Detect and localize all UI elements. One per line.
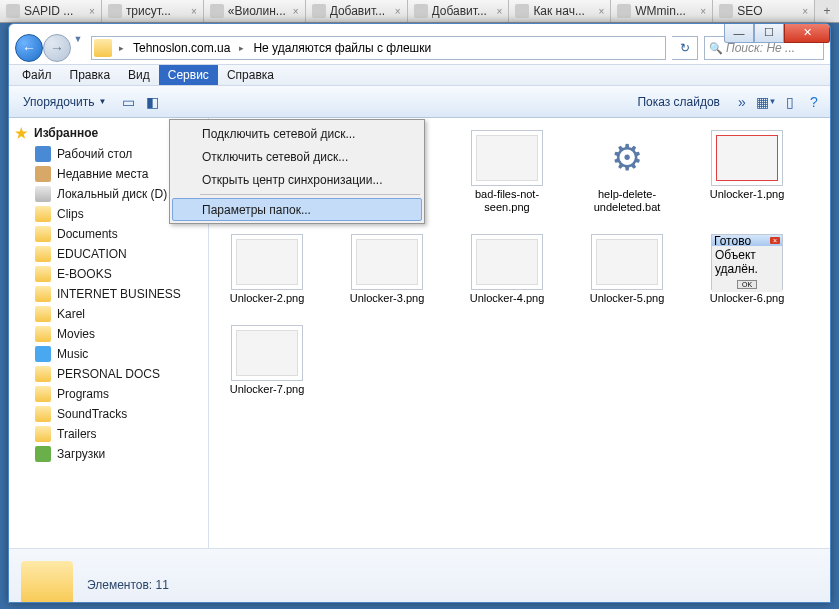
close-tab-icon[interactable]: × [293,6,299,17]
sidebar-item-label: PERSONAL DOCS [57,367,160,381]
folder-icon [35,266,51,282]
sidebar-item-label: Programs [57,387,109,401]
close-tab-icon[interactable]: × [395,6,401,17]
file-item[interactable]: bad-files-not-seen.png [461,130,553,214]
preview-pane-button[interactable]: ▯ [780,92,800,112]
close-tab-icon[interactable]: × [497,6,503,17]
sidebar-item[interactable]: Загрузки [9,444,208,464]
file-name-label: Unlocker-4.png [470,292,545,305]
organize-button[interactable]: Упорядочить▼ [15,90,114,114]
tab-label: Добавит... [432,4,493,18]
tab-label: Как нач... [533,4,594,18]
sidebar-item[interactable]: Programs [9,384,208,404]
favicon-icon [6,4,20,18]
menu-folder-options[interactable]: Параметры папок... [172,198,422,221]
forward-button[interactable]: → [43,34,71,62]
sidebar-item[interactable]: Documents [9,224,208,244]
sidebar-item-label: Загрузки [57,447,105,461]
thumbnail [231,234,303,290]
sidebar-item[interactable]: INTERNET BUSINESS [9,284,208,304]
thumbnail: Готово×Объект удалён.OK [711,234,783,290]
file-name-label: Unlocker-5.png [590,292,665,305]
close-button[interactable]: ✕ [784,23,830,43]
tab-label: трисут... [126,4,187,18]
nav-back-forward: ← → ▼ [15,34,85,62]
browser-tab[interactable]: трисут...× [102,0,204,22]
menu-tools[interactable]: Сервис [159,65,218,85]
folder-icon [35,226,51,242]
file-item[interactable]: Unlocker-2.png [221,234,313,305]
folder-icon [35,386,51,402]
help-button[interactable]: ? [804,92,824,112]
nav-history-dropdown[interactable]: ▼ [71,34,85,62]
new-menu-icon[interactable]: » [732,92,752,112]
close-tab-icon[interactable]: × [802,6,808,17]
browser-tab[interactable]: Добавит...× [306,0,408,22]
sidebar-item[interactable]: Movies [9,324,208,344]
desktop-icon [35,146,51,162]
breadcrumb-seg-2[interactable]: Не удаляются файлы с флешки [249,37,435,59]
file-item[interactable]: Unlocker-4.png [461,234,553,305]
view-options-button[interactable]: ▦▼ [756,92,776,112]
disk-icon [35,186,51,202]
favicon-icon [312,4,326,18]
thumbnail [471,130,543,186]
chevron-right-icon[interactable]: ▸ [236,43,247,53]
include-library-icon[interactable]: ▭ [118,92,138,112]
menubar: Файл Правка Вид Сервис Справка [9,64,830,86]
browser-tab[interactable]: SEO× [713,0,815,22]
menu-open-sync-center[interactable]: Открыть центр синхронизации... [172,168,422,191]
browser-tab[interactable]: «Виолин...× [204,0,306,22]
menu-view[interactable]: Вид [119,65,159,85]
file-item[interactable]: ⚙help-delete-undeleted.bat [581,130,673,214]
explorer-window: — ☐ ✕ ← → ▼ ▸ Tehnoslon.com.ua ▸ Не удал… [8,23,831,603]
file-item[interactable]: Unlocker-5.png [581,234,673,305]
file-name-label: bad-files-not-seen.png [461,188,553,214]
tab-label: «Виолин... [228,4,289,18]
sidebar-item-label: Karel [57,307,85,321]
browser-tab[interactable]: SAPID ...× [0,0,102,22]
back-button[interactable]: ← [15,34,43,62]
breadcrumb[interactable]: ▸ Tehnoslon.com.ua ▸ Не удаляются файлы … [91,36,666,60]
close-tab-icon[interactable]: × [598,6,604,17]
share-icon[interactable]: ◧ [142,92,162,112]
file-item[interactable]: Unlocker-7.png [221,325,313,396]
file-item[interactable]: Unlocker-1.png [701,130,793,214]
close-tab-icon[interactable]: × [89,6,95,17]
menu-disconnect-network-drive[interactable]: Отключить сетевой диск... [172,145,422,168]
sidebar-item-label: EDUCATION [57,247,127,261]
sidebar-item[interactable]: Karel [9,304,208,324]
menu-help[interactable]: Справка [218,65,283,85]
sidebar-item[interactable]: E-BOOKS [9,264,208,284]
close-tab-icon[interactable]: × [191,6,197,17]
tools-dropdown: Подключить сетевой диск... Отключить сет… [169,119,425,224]
menu-file[interactable]: Файл [13,65,61,85]
sidebar-item[interactable]: PERSONAL DOCS [9,364,208,384]
favicon-icon [515,4,529,18]
slideshow-button[interactable]: Показ слайдов [629,90,728,114]
sidebar-item[interactable]: SoundTracks [9,404,208,424]
refresh-button[interactable]: ↻ [672,36,698,60]
thumbnail: ⚙ [591,130,663,186]
file-item[interactable]: Unlocker-3.png [341,234,433,305]
breadcrumb-seg-1[interactable]: Tehnoslon.com.ua [129,37,234,59]
sidebar-item[interactable]: EDUCATION [9,244,208,264]
sidebar-item-label: Рабочий стол [57,147,132,161]
browser-tab[interactable]: Добавит...× [408,0,510,22]
menu-edit[interactable]: Правка [61,65,120,85]
browser-tab[interactable]: WMmin...× [611,0,713,22]
sidebar-item-label: Clips [57,207,84,221]
minimize-button[interactable]: — [724,23,754,43]
file-item[interactable]: Готово×Объект удалён.OKUnlocker-6.png [701,234,793,305]
sidebar-item-label: Documents [57,227,118,241]
chevron-right-icon[interactable]: ▸ [116,43,127,53]
maximize-button[interactable]: ☐ [754,23,784,43]
sidebar-item[interactable]: Music [9,344,208,364]
new-tab-button[interactable]: + [815,0,839,22]
sidebar-item[interactable]: Trailers [9,424,208,444]
thumbnail [711,130,783,186]
browser-tab[interactable]: Как нач...× [509,0,611,22]
menu-map-network-drive[interactable]: Подключить сетевой диск... [172,122,422,145]
close-tab-icon[interactable]: × [700,6,706,17]
tab-label: SEO [737,4,798,18]
